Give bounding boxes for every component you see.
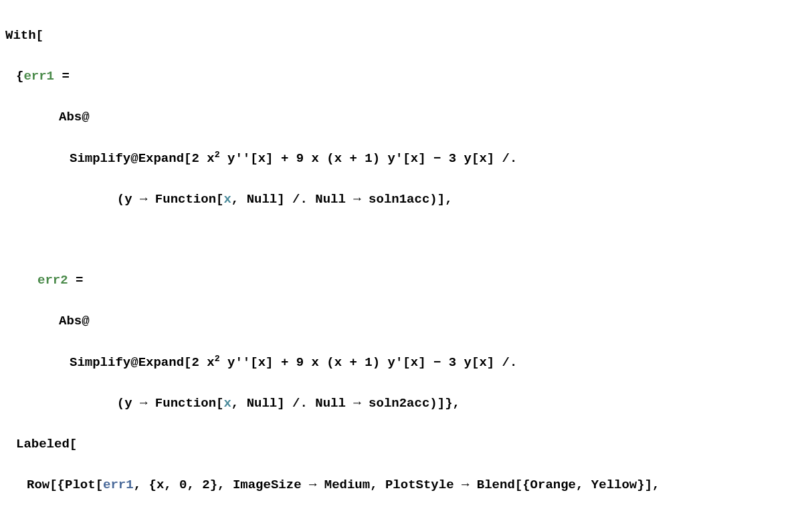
code-line-8: Simplify@Expand[2 x2 y''[x] + 9 x (x + 1… bbox=[5, 352, 807, 373]
close-bracket: ] bbox=[418, 151, 425, 166]
expr-text: y' bbox=[380, 355, 403, 370]
expr-text: 2 x bbox=[191, 355, 214, 370]
expr-text: + 9 x bbox=[273, 355, 326, 370]
expr-text: y'' bbox=[220, 151, 251, 166]
open-paren: ( bbox=[117, 192, 124, 207]
variable-err2: err2 bbox=[37, 273, 68, 288]
function-abs: Abs bbox=[59, 314, 82, 328]
code-line-11: Row[{Plot[err1, {x, 0, 2}, ImageSize → M… bbox=[5, 475, 807, 495]
code-line-10: Labeled[ bbox=[5, 434, 807, 454]
comma: , bbox=[453, 396, 460, 411]
comma: , bbox=[652, 478, 659, 492]
open-brackets: [{ bbox=[515, 478, 530, 492]
code-line-blank bbox=[5, 230, 807, 250]
expr-text: x + 1 bbox=[334, 151, 373, 166]
variable-err1: err1 bbox=[23, 69, 54, 84]
replace-op: /. bbox=[494, 151, 517, 166]
at-op: @ bbox=[130, 151, 138, 166]
expr-text: x bbox=[479, 151, 486, 166]
close-brackets: )] bbox=[429, 192, 445, 207]
expr-text: x + 1 bbox=[334, 355, 373, 370]
expr-text: y → Function bbox=[124, 396, 216, 411]
open-brace: { bbox=[16, 69, 23, 84]
close-brackets: )]} bbox=[429, 396, 452, 411]
open-bracket: [ bbox=[96, 478, 103, 492]
function-expand: Expand bbox=[138, 151, 184, 166]
open-bracket: [ bbox=[184, 151, 191, 166]
close-paren: ) bbox=[373, 355, 380, 370]
function-simplify: Simplify bbox=[70, 151, 130, 166]
comma: , bbox=[445, 192, 452, 207]
at-op: @ bbox=[82, 110, 89, 124]
function-labeled: Labeled bbox=[16, 437, 70, 451]
open-bracket: [ bbox=[184, 355, 191, 370]
function-with: With bbox=[5, 28, 36, 43]
code-line-2: {err1 = bbox=[5, 66, 807, 86]
superscript-2: 2 bbox=[215, 354, 220, 364]
expr-text: y' bbox=[380, 151, 403, 166]
code-line-7: Abs@ bbox=[5, 311, 807, 331]
assign-op: = bbox=[54, 69, 70, 84]
close-bracket: ] bbox=[266, 151, 273, 166]
open-paren: ( bbox=[326, 151, 334, 166]
comma: , bbox=[134, 478, 149, 492]
code-line-5: (y → Function[x, Null] /. Null → soln1ac… bbox=[5, 189, 807, 209]
close-bracket: ] bbox=[266, 355, 273, 370]
open-paren: ( bbox=[117, 396, 124, 411]
close-brace: } bbox=[210, 478, 217, 492]
code-line-9: (y → Function[x, Null] /. Null → soln2ac… bbox=[5, 393, 807, 413]
expr-text: x bbox=[411, 151, 418, 166]
open-bracket: [ bbox=[472, 355, 479, 370]
function-arg-x: x bbox=[223, 396, 231, 411]
close-bracket: ] bbox=[277, 192, 284, 207]
expr-text: x bbox=[479, 355, 486, 370]
mathematica-code-cell[interactable]: With[ {err1 = Abs@ Simplify@Expand[2 x2 … bbox=[5, 5, 807, 515]
expr-text: x, 0, 2 bbox=[157, 478, 210, 492]
open-bracket: [ bbox=[250, 151, 258, 166]
open-bracket: [ bbox=[403, 355, 410, 370]
expr-text: , Null bbox=[231, 192, 277, 207]
variable-err1-ref: err1 bbox=[103, 478, 134, 492]
function-arg-x: x bbox=[223, 192, 231, 207]
expr-text: x bbox=[258, 151, 266, 166]
expr-text: x bbox=[411, 355, 418, 370]
close-bracket: ] bbox=[487, 151, 494, 166]
function-row: Row bbox=[27, 478, 49, 492]
code-line-1: With[ bbox=[5, 25, 807, 45]
expr-text: /. Null → soln1acc bbox=[285, 192, 430, 207]
code-line-6: err2 = bbox=[5, 270, 807, 290]
expr-text: , Null bbox=[231, 396, 277, 411]
replace-op: /. bbox=[494, 355, 517, 370]
open-brace: { bbox=[148, 478, 156, 492]
open-paren: ( bbox=[326, 355, 334, 370]
expr-text: − 3 y bbox=[426, 355, 472, 370]
open-brackets: [{ bbox=[49, 478, 65, 492]
expr-text: Orange, Yellow bbox=[530, 478, 637, 492]
expr-text: y → Function bbox=[124, 192, 216, 207]
expr-text: 2 x bbox=[191, 151, 214, 166]
close-paren: ) bbox=[373, 151, 380, 166]
expr-text: x bbox=[258, 355, 266, 370]
at-op: @ bbox=[82, 314, 89, 328]
open-bracket: [ bbox=[216, 192, 223, 207]
at-op: @ bbox=[130, 355, 138, 370]
function-simplify: Simplify bbox=[70, 355, 130, 370]
code-line-3: Abs@ bbox=[5, 107, 807, 127]
function-plot: Plot bbox=[65, 478, 96, 492]
close-bracket: ] bbox=[418, 355, 425, 370]
close-brackets: }] bbox=[637, 478, 652, 492]
close-bracket: ] bbox=[277, 396, 284, 411]
open-bracket: [ bbox=[36, 28, 43, 43]
expr-text: /. Null → soln2acc bbox=[285, 396, 430, 411]
superscript-2: 2 bbox=[215, 150, 220, 160]
expr-text: − 3 y bbox=[426, 151, 472, 166]
open-bracket: [ bbox=[250, 355, 258, 370]
close-bracket: ] bbox=[487, 355, 494, 370]
open-bracket: [ bbox=[216, 396, 223, 411]
expr-text: , ImageSize → Medium, PlotStyle → Blend bbox=[217, 478, 515, 492]
code-line-4: Simplify@Expand[2 x2 y''[x] + 9 x (x + 1… bbox=[5, 148, 807, 169]
expr-text: y'' bbox=[220, 355, 251, 370]
open-bracket: [ bbox=[472, 151, 479, 166]
function-abs: Abs bbox=[59, 110, 82, 124]
open-bracket: [ bbox=[70, 437, 77, 451]
